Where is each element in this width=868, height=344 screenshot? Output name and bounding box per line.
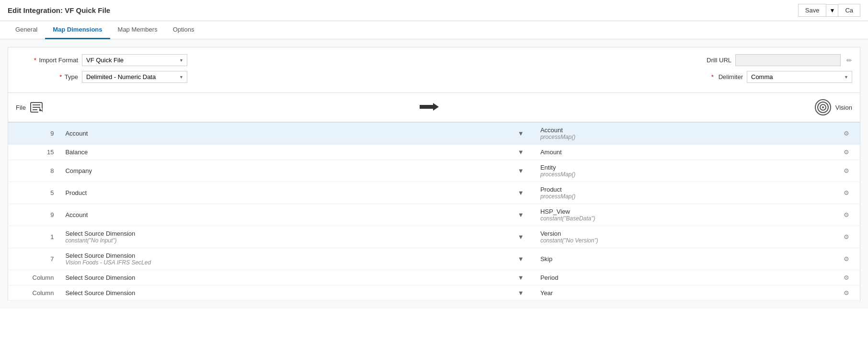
settings-icon[interactable]: ⚙	[833, 248, 860, 270]
source-dimension-sub: Vision Foods - USA IFRS SecLed	[65, 259, 501, 266]
source-dimension-cell[interactable]: Account	[59, 123, 507, 145]
settings-icon[interactable]: ⚙	[833, 160, 860, 182]
tab-map-members[interactable]: Map Members	[110, 21, 165, 39]
source-dimension-value: Select Source Dimension	[65, 289, 501, 297]
source-dimension-value: Select Source Dimension	[65, 252, 501, 259]
target-dimension-value: Amount	[540, 149, 827, 156]
source-dimension-cell[interactable]: Product	[59, 182, 507, 204]
source-dropdown-arrow[interactable]: ▼	[507, 286, 535, 301]
required-star: *	[34, 57, 36, 64]
target-dimension-cell: Skip	[535, 248, 833, 270]
target-dimension-sub: processMap()	[540, 193, 827, 200]
form-section: * Import Format VF Quick File Drill URL …	[8, 47, 860, 93]
save-button[interactable]: Save	[798, 4, 827, 17]
settings-icon[interactable]: ⚙	[833, 226, 860, 248]
source-dropdown-arrow[interactable]: ▼	[507, 160, 535, 182]
delimiter-wrapper[interactable]: Comma	[747, 71, 852, 83]
target-dimension-sub: constant("No Version")	[540, 237, 827, 244]
file-vision-bar: File	[8, 93, 860, 122]
source-dropdown-arrow[interactable]: ▼	[507, 248, 535, 270]
source-dimension-cell[interactable]: Select Source Dimension constant("No Inp…	[59, 226, 507, 248]
source-dimension-value: Select Source Dimension	[65, 274, 501, 281]
target-dimension-sub: processMap()	[540, 171, 827, 178]
delimiter-select[interactable]: Comma	[747, 71, 852, 83]
target-dimension-cell: Account processMap()	[535, 123, 833, 145]
source-dropdown-arrow[interactable]: ▼	[507, 123, 535, 145]
import-format-wrapper[interactable]: VF Quick File	[82, 54, 187, 66]
settings-icon[interactable]: ⚙	[833, 204, 860, 226]
target-dimension-sub: constant("BaseData")	[540, 215, 827, 222]
form-row-type: * Type Delimited - Numeric Data * Delimi…	[16, 71, 852, 83]
target-dimension-sub: processMap()	[540, 134, 827, 140]
file-section: File	[16, 100, 44, 115]
source-dropdown-arrow[interactable]: ▼	[507, 270, 535, 286]
source-dimension-value: Account	[65, 130, 501, 137]
table-row: 8 Company ▼ Entity processMap() ⚙	[8, 160, 860, 182]
required-star-3: *	[711, 73, 714, 80]
main-content: * Import Format VF Quick File Drill URL …	[0, 39, 868, 309]
tab-map-dimensions[interactable]: Map Dimensions	[45, 21, 110, 39]
source-dimension-cell[interactable]: Select Source Dimension Vision Foods - U…	[59, 248, 507, 270]
type-select[interactable]: Delimited - Numeric Data	[82, 71, 187, 83]
svg-marker-6	[420, 103, 439, 111]
target-dimension-value: Version	[540, 230, 827, 237]
delimiter-label: Delimiter	[719, 73, 743, 80]
drill-url-label: Drill URL	[707, 57, 731, 64]
row-number: 5	[8, 182, 60, 204]
table-row: 5 Product ▼ Product processMap() ⚙	[8, 182, 860, 204]
page-title: Edit Integration: VF Quick File	[8, 6, 110, 14]
row-number: Column	[8, 286, 60, 301]
type-label: * Type	[16, 73, 78, 80]
source-dropdown-arrow[interactable]: ▼	[507, 182, 535, 204]
source-dimension-sub: constant("No Input")	[65, 237, 501, 244]
type-wrapper[interactable]: Delimited - Numeric Data	[82, 71, 187, 83]
tab-options[interactable]: Options	[165, 21, 202, 39]
target-dimension-cell: Year	[535, 286, 833, 301]
target-dimension-cell: Entity processMap()	[535, 160, 833, 182]
file-svg-icon	[29, 100, 44, 115]
source-dropdown-arrow[interactable]: ▼	[507, 145, 535, 160]
table-row: 9 Account ▼ HSP_View constant("BaseData"…	[8, 204, 860, 226]
target-dimension-cell: Amount	[535, 145, 833, 160]
source-dimension-cell[interactable]: Account	[59, 204, 507, 226]
settings-icon[interactable]: ⚙	[833, 145, 860, 160]
table-row: Column Select Source Dimension ▼ Period …	[8, 270, 860, 286]
source-dropdown-arrow[interactable]: ▼	[507, 204, 535, 226]
edit-icon[interactable]: ✏	[846, 57, 852, 64]
source-dimension-cell[interactable]: Select Source Dimension	[59, 286, 507, 301]
row-number: Column	[8, 270, 60, 286]
import-format-select[interactable]: VF Quick File	[82, 54, 187, 66]
target-dimension-cell: Period	[535, 270, 833, 286]
mapping-table: 9 Account ▼ Account processMap() ⚙ 15 Ba…	[8, 122, 860, 301]
vision-label: Vision	[835, 104, 852, 111]
row-number: 9	[8, 123, 60, 145]
source-dimension-cell[interactable]: Select Source Dimension	[59, 270, 507, 286]
settings-icon[interactable]: ⚙	[833, 123, 860, 145]
source-dimension-cell[interactable]: Balance	[59, 145, 507, 160]
settings-icon[interactable]: ⚙	[833, 286, 860, 301]
target-dimension-value: Product	[540, 186, 827, 193]
source-dimension-value: Select Source Dimension	[65, 230, 501, 237]
required-star-2: *	[59, 73, 62, 80]
source-dropdown-arrow[interactable]: ▼	[507, 226, 535, 248]
tab-general[interactable]: General	[8, 21, 45, 39]
settings-icon[interactable]: ⚙	[833, 182, 860, 204]
svg-point-10	[822, 106, 824, 108]
source-dimension-cell[interactable]: Company	[59, 160, 507, 182]
toolbar-actions: Save ▼ Ca	[798, 4, 860, 17]
arrow-icon	[420, 101, 439, 114]
table-row: 1 Select Source Dimension constant("No I…	[8, 226, 860, 248]
file-icon	[29, 100, 44, 115]
table-row: Column Select Source Dimension ▼ Year ⚙	[8, 286, 860, 301]
source-dimension-value: Account	[65, 211, 501, 218]
drill-url-input[interactable]	[735, 54, 841, 66]
save-dropdown-button[interactable]: ▼	[826, 4, 838, 17]
title-bar: Edit Integration: VF Quick File Save ▼ C…	[0, 0, 868, 21]
cancel-button[interactable]: Ca	[838, 4, 860, 17]
row-number: 9	[8, 204, 60, 226]
settings-icon[interactable]: ⚙	[833, 270, 860, 286]
row-number: 7	[8, 248, 60, 270]
tab-bar: General Map Dimensions Map Members Optio…	[0, 21, 868, 39]
source-dimension-value: Balance	[65, 149, 501, 156]
target-dimension-value: Entity	[540, 164, 827, 171]
